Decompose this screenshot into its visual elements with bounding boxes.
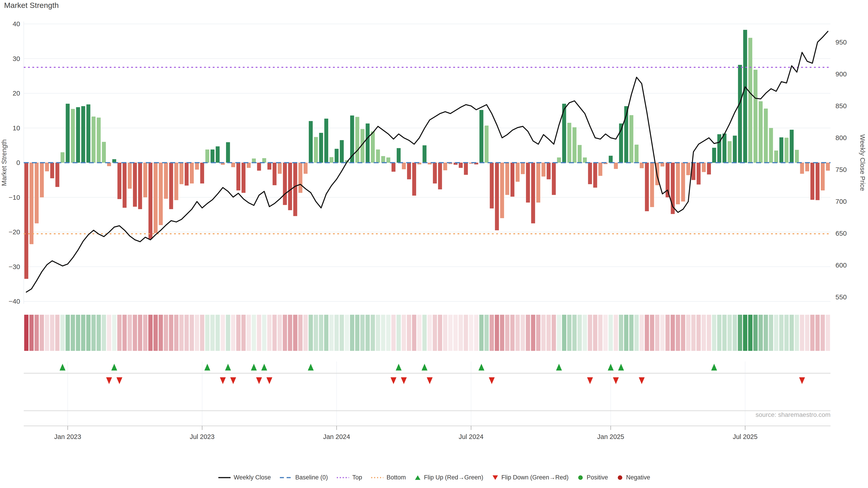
market-strength-bar [810,163,814,200]
legend-item-label: Negative [626,474,650,481]
heatmap-cell [634,315,639,351]
y-right-tick-label: 550 [835,293,847,301]
legend-item-label: Flip Down (Green→Red) [501,474,568,481]
market-strength-bar [355,117,359,163]
market-strength-bar [45,163,49,171]
heatmap-cell [448,315,453,351]
heatmap-cell [423,315,427,351]
market-strength-bar [118,163,121,199]
market-strength-bar [257,163,261,170]
heatmap-cell [583,315,587,351]
legend-item-flip-down-green-red[interactable]: Flip Down (Green→Red) [492,474,568,481]
flip-up-icon [251,364,257,370]
legend-item-baseline-0[interactable]: Baseline (0) [279,474,328,481]
market-strength-bar [815,163,819,200]
heatmap-cell [459,315,463,351]
market-strength-bar [392,163,395,172]
heatmap-cell [340,315,344,351]
heatmap-cell [562,315,566,351]
market-strength-bar [293,163,297,216]
market-strength-bar [583,158,587,163]
legend-item-bottom[interactable]: Bottom [371,474,406,481]
market-strength-bar [666,163,670,197]
heatmap-cell [753,315,758,351]
triangle-down-icon [492,475,499,481]
heatmap-cell [252,315,256,351]
market-strength-bar [541,163,546,176]
market-strength-bar [593,163,597,188]
market-strength-bar [133,163,137,207]
market-strength-bar [826,163,830,170]
heatmap-cell [531,315,535,351]
market-strength-bar [727,141,732,163]
heatmap-cell [272,315,277,351]
heatmap-cell [536,315,540,351]
flip-down-markers [106,377,805,384]
heatmap-cell [479,315,484,351]
y-right-tick-label: 700 [835,198,847,205]
market-strength-bar [174,163,178,200]
heatmap-cell [143,315,147,351]
y-left-tick-label: −20 [8,228,20,236]
heatmap-cell [552,315,556,351]
heatmap-cell [541,315,546,351]
market-strength-bar [779,137,783,163]
heatmap-cell [547,315,551,351]
heatmap-cell [24,315,29,351]
flip-up-icon [556,364,562,370]
heatmap-cell [319,315,323,351]
heatmap-cell [55,315,59,351]
heatmap-cell [236,315,241,351]
heatmap-cell [686,315,690,351]
market-strength-bar [61,152,64,163]
heatmap-cell [60,315,65,351]
market-strength-bar [521,163,525,174]
market-strength-bar [500,163,504,218]
market-strength-bar [24,163,28,279]
market-strength-bar [50,163,54,178]
legend-item-positive[interactable]: Positive [577,474,608,481]
market-strength-bar [754,70,757,163]
legend-item-flip-up-red-green[interactable]: Flip Up (Red→Green) [414,474,483,481]
market-strength-bar [640,163,644,168]
heatmap-cell [645,315,649,351]
market-strength-bar [764,109,768,163]
heatmap-cell [71,315,75,351]
legend-item-weekly-close[interactable]: Weekly Close [218,474,271,481]
legend-item-negative[interactable]: Negative [617,474,650,481]
heatmap-cell [691,315,695,351]
heatmap-cell [267,315,272,351]
legend-item-top[interactable]: Top [336,474,362,481]
market-strength-bar [169,163,173,209]
heatmap-cell [820,315,825,351]
heatmap-cell [412,315,416,351]
market-strength-bar [247,163,251,168]
heatmap-cell [66,315,70,351]
market-strength-bar [531,163,535,223]
heatmap-cell [733,315,737,351]
heatmap-cell [345,315,349,351]
heatmap-cell [805,315,809,351]
heatmap-cell [335,315,339,351]
market-strength-bar [66,104,70,163]
heatmap-cell [629,315,633,351]
heatmap-cell [102,315,106,351]
heatmap-cell [510,315,515,351]
market-strength-bar [536,163,540,203]
price-line [26,31,828,292]
market-strength-bar [758,101,763,163]
market-strength-bar [578,145,582,163]
lower-band-grid [24,361,831,426]
flip-up-icon [618,364,624,370]
market-strength-bar [712,148,716,163]
market-strength-bar [143,163,147,197]
x-tick-label: Jan 2025 [597,433,624,440]
market-strength-bar [629,115,633,163]
heatmap-cell [665,315,670,351]
market-strength-bar [309,121,313,163]
market-strength-bar [588,163,592,184]
y-left-tick-label: −10 [8,194,20,201]
market-strength-bar [159,163,163,225]
market-strength-bar [567,123,571,163]
flip-up-icon [60,364,66,370]
